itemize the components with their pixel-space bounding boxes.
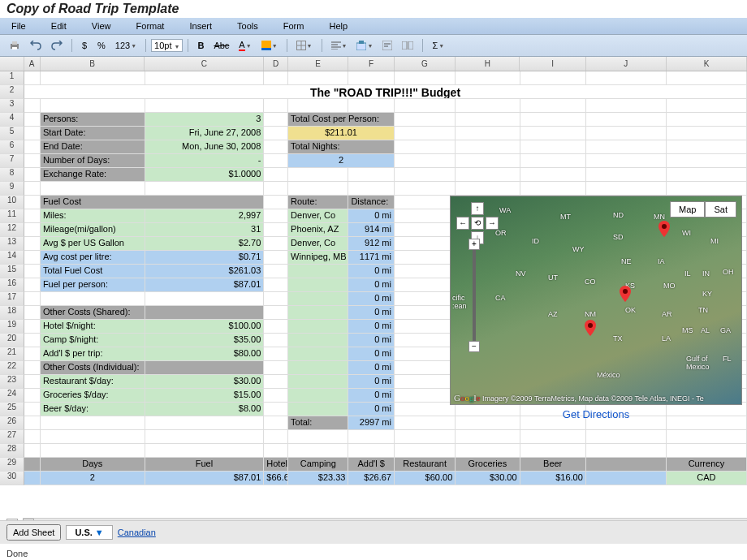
cell[interactable]: [667, 154, 747, 168]
cell[interactable]: [264, 127, 288, 140]
cell[interactable]: [395, 292, 456, 306]
formula-button[interactable]: Σ▼: [428, 37, 448, 54]
cell[interactable]: $30.00: [145, 375, 265, 389]
cell[interactable]: [288, 361, 348, 375]
cell[interactable]: [395, 113, 456, 127]
cell[interactable]: [395, 223, 456, 237]
cell[interactable]: [264, 334, 288, 347]
cell[interactable]: [41, 182, 145, 196]
row-header[interactable]: 2: [0, 85, 24, 99]
cell[interactable]: [264, 278, 288, 292]
cell[interactable]: Restaurant $/day:: [41, 375, 145, 389]
cell[interactable]: [395, 306, 456, 320]
cell[interactable]: [667, 168, 747, 182]
cell[interactable]: [586, 99, 667, 113]
cell[interactable]: [145, 182, 265, 196]
col-header[interactable]: C: [145, 57, 264, 71]
col-header[interactable]: F: [348, 57, 395, 71]
pan-right-icon[interactable]: →: [486, 217, 499, 230]
row-header[interactable]: 27: [0, 430, 24, 444]
cell[interactable]: [264, 361, 288, 375]
cell[interactable]: [264, 320, 288, 334]
cell[interactable]: Exchange Rate:: [41, 168, 145, 182]
cell[interactable]: [395, 334, 456, 347]
cell[interactable]: $0.71: [145, 251, 265, 265]
cell[interactable]: [41, 99, 145, 113]
cell[interactable]: 2: [288, 154, 395, 168]
row-header[interactable]: 3: [0, 99, 24, 113]
cell[interactable]: [395, 99, 456, 113]
cell[interactable]: [348, 444, 395, 458]
cell[interactable]: [667, 127, 747, 140]
cell[interactable]: [395, 182, 456, 196]
cell[interactable]: [586, 430, 667, 444]
cell[interactable]: Groceries: [456, 458, 520, 472]
cell[interactable]: The "ROAD TRIP!!!" Budget: [24, 85, 747, 99]
cell[interactable]: [586, 127, 667, 140]
cell[interactable]: Fuel per person:: [41, 278, 145, 292]
cell[interactable]: $60.00: [395, 472, 456, 485]
bold-button[interactable]: B: [193, 37, 208, 54]
undo-icon[interactable]: [26, 37, 45, 54]
cell[interactable]: Fuel: [145, 458, 265, 472]
cell[interactable]: Mon, June 30, 2008: [145, 140, 265, 154]
cell[interactable]: [288, 347, 348, 361]
cell[interactable]: [667, 99, 747, 113]
cell[interactable]: [264, 251, 288, 265]
cell[interactable]: [395, 416, 456, 430]
cell[interactable]: [586, 140, 667, 154]
row-header[interactable]: 6: [0, 140, 24, 154]
cell[interactable]: -: [145, 154, 265, 168]
select-all-corner[interactable]: [0, 57, 24, 71]
zoom-slider[interactable]: + −: [468, 239, 480, 352]
col-header[interactable]: I: [520, 57, 585, 71]
currency-format[interactable]: $: [77, 37, 92, 54]
row-header[interactable]: 26: [0, 416, 24, 430]
col-header[interactable]: G: [395, 57, 456, 71]
zoom-out-icon[interactable]: −: [468, 341, 480, 352]
cell[interactable]: [288, 265, 348, 278]
cell[interactable]: 0 mi: [348, 209, 395, 223]
menu-file[interactable]: File: [0, 18, 37, 34]
cell[interactable]: [24, 375, 41, 389]
cell[interactable]: [520, 168, 586, 182]
menu-form[interactable]: Form: [272, 18, 316, 34]
cell[interactable]: [24, 127, 41, 140]
cell[interactable]: [24, 278, 41, 292]
cell[interactable]: [456, 444, 520, 458]
cell[interactable]: Miles:: [41, 209, 145, 223]
cell[interactable]: Hotel $/night:: [41, 320, 145, 334]
pan-reset-icon[interactable]: ⟲: [471, 217, 484, 230]
cell[interactable]: [348, 182, 395, 196]
cell[interactable]: [395, 251, 456, 265]
cell[interactable]: [288, 430, 348, 444]
cell[interactable]: Total Fuel Cost: [41, 265, 145, 278]
cell[interactable]: 0 mi: [348, 292, 395, 306]
row-header[interactable]: 7: [0, 154, 24, 168]
cell[interactable]: [395, 196, 456, 209]
row-header[interactable]: 20: [0, 334, 24, 347]
cell[interactable]: [520, 99, 586, 113]
cell[interactable]: [586, 444, 667, 458]
cell[interactable]: 0 mi: [348, 361, 395, 375]
cell[interactable]: $100.00: [145, 320, 265, 334]
menu-insert[interactable]: Insert: [178, 18, 223, 34]
cell[interactable]: [586, 71, 667, 85]
cell[interactable]: [24, 251, 41, 265]
col-header[interactable]: D: [264, 57, 288, 71]
cell[interactable]: 3: [145, 113, 265, 127]
cell[interactable]: [395, 347, 456, 361]
cell[interactable]: [24, 430, 41, 444]
cell[interactable]: [288, 71, 348, 85]
cell[interactable]: 0 mi: [348, 347, 395, 361]
cell[interactable]: 914 mi: [348, 223, 395, 237]
cell[interactable]: [264, 444, 288, 458]
cell[interactable]: [24, 223, 41, 237]
cell[interactable]: Denver, Co: [288, 237, 348, 251]
row-header[interactable]: 23: [0, 375, 24, 389]
cell[interactable]: $80.00: [145, 347, 265, 361]
row-header[interactable]: 28: [0, 444, 24, 458]
cell[interactable]: [264, 375, 288, 389]
cell[interactable]: [288, 292, 348, 306]
cell[interactable]: [520, 182, 586, 196]
